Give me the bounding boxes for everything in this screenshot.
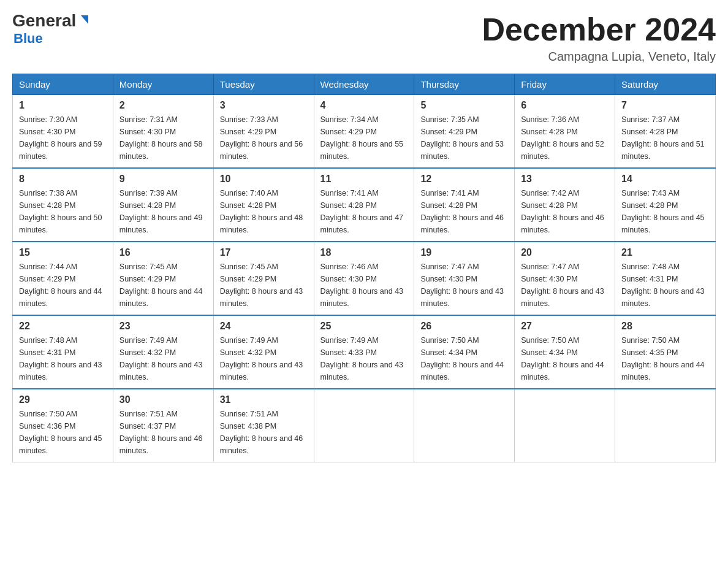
day-info: Sunrise: 7:43 AMSunset: 4:28 PMDaylight:… xyxy=(621,189,705,234)
calendar-cell: 27 Sunrise: 7:50 AMSunset: 4:34 PMDaylig… xyxy=(515,315,615,389)
day-number: 29 xyxy=(19,394,107,405)
calendar-cell: 9 Sunrise: 7:39 AMSunset: 4:28 PMDayligh… xyxy=(113,168,213,242)
day-info: Sunrise: 7:49 AMSunset: 4:32 PMDaylight:… xyxy=(119,336,203,381)
calendar-cell: 25 Sunrise: 7:49 AMSunset: 4:33 PMDaylig… xyxy=(314,315,414,389)
calendar-cell xyxy=(515,389,615,462)
day-number: 25 xyxy=(320,321,408,332)
day-info: Sunrise: 7:48 AMSunset: 4:31 PMDaylight:… xyxy=(19,336,102,381)
day-number: 1 xyxy=(19,100,107,111)
day-number: 30 xyxy=(119,394,207,405)
day-number: 23 xyxy=(119,321,207,332)
week-row-1: 1 Sunrise: 7:30 AMSunset: 4:30 PMDayligh… xyxy=(13,95,716,169)
calendar-cell: 29 Sunrise: 7:50 AMSunset: 4:36 PMDaylig… xyxy=(13,389,113,462)
calendar-cell: 3 Sunrise: 7:33 AMSunset: 4:29 PMDayligh… xyxy=(213,95,314,169)
day-number: 2 xyxy=(119,100,207,111)
weekday-header-saturday: Saturday xyxy=(615,74,716,95)
week-row-2: 8 Sunrise: 7:38 AMSunset: 4:28 PMDayligh… xyxy=(13,168,716,242)
calendar-cell: 31 Sunrise: 7:51 AMSunset: 4:38 PMDaylig… xyxy=(213,389,314,462)
page-header: General Blue December 2024 Campagna Lupi… xyxy=(12,12,716,64)
day-info: Sunrise: 7:30 AMSunset: 4:30 PMDaylight:… xyxy=(19,115,102,161)
calendar-cell: 13 Sunrise: 7:42 AMSunset: 4:28 PMDaylig… xyxy=(515,168,615,242)
calendar-cell xyxy=(314,389,414,462)
day-number: 14 xyxy=(621,174,709,185)
calendar-cell: 20 Sunrise: 7:47 AMSunset: 4:30 PMDaylig… xyxy=(515,242,615,315)
day-info: Sunrise: 7:40 AMSunset: 4:28 PMDaylight:… xyxy=(220,189,303,234)
calendar-cell: 16 Sunrise: 7:45 AMSunset: 4:29 PMDaylig… xyxy=(113,242,213,315)
day-number: 15 xyxy=(19,247,107,258)
weekday-header-tuesday: Tuesday xyxy=(213,74,314,95)
day-info: Sunrise: 7:41 AMSunset: 4:28 PMDaylight:… xyxy=(420,189,504,234)
logo-general: General xyxy=(12,12,76,29)
day-info: Sunrise: 7:38 AMSunset: 4:28 PMDaylight:… xyxy=(19,189,102,234)
day-info: Sunrise: 7:51 AMSunset: 4:37 PMDaylight:… xyxy=(119,410,203,455)
day-number: 13 xyxy=(521,174,609,185)
day-number: 8 xyxy=(19,174,107,185)
calendar-cell: 17 Sunrise: 7:45 AMSunset: 4:29 PMDaylig… xyxy=(213,242,314,315)
calendar-cell: 7 Sunrise: 7:37 AMSunset: 4:28 PMDayligh… xyxy=(615,95,716,169)
day-info: Sunrise: 7:42 AMSunset: 4:28 PMDaylight:… xyxy=(521,189,604,234)
day-info: Sunrise: 7:50 AMSunset: 4:34 PMDaylight:… xyxy=(420,336,504,381)
week-row-4: 22 Sunrise: 7:48 AMSunset: 4:31 PMDaylig… xyxy=(13,315,716,389)
day-number: 12 xyxy=(420,174,508,185)
day-number: 27 xyxy=(521,321,609,332)
calendar-cell: 21 Sunrise: 7:48 AMSunset: 4:31 PMDaylig… xyxy=(615,242,716,315)
calendar-table: SundayMondayTuesdayWednesdayThursdayFrid… xyxy=(12,74,716,462)
weekday-header-row: SundayMondayTuesdayWednesdayThursdayFrid… xyxy=(13,74,716,95)
calendar-cell: 30 Sunrise: 7:51 AMSunset: 4:37 PMDaylig… xyxy=(113,389,213,462)
calendar-cell: 15 Sunrise: 7:44 AMSunset: 4:29 PMDaylig… xyxy=(13,242,113,315)
week-row-5: 29 Sunrise: 7:50 AMSunset: 4:36 PMDaylig… xyxy=(13,389,716,462)
day-info: Sunrise: 7:50 AMSunset: 4:35 PMDaylight:… xyxy=(621,336,705,381)
day-info: Sunrise: 7:51 AMSunset: 4:38 PMDaylight:… xyxy=(220,410,303,455)
logo-triangle-icon xyxy=(78,13,91,26)
day-info: Sunrise: 7:50 AMSunset: 4:36 PMDaylight:… xyxy=(19,410,102,455)
calendar-cell: 4 Sunrise: 7:34 AMSunset: 4:29 PMDayligh… xyxy=(314,95,414,169)
calendar-cell: 12 Sunrise: 7:41 AMSunset: 4:28 PMDaylig… xyxy=(414,168,515,242)
calendar-cell: 5 Sunrise: 7:35 AMSunset: 4:29 PMDayligh… xyxy=(414,95,515,169)
calendar-cell: 23 Sunrise: 7:49 AMSunset: 4:32 PMDaylig… xyxy=(113,315,213,389)
day-number: 20 xyxy=(521,247,609,258)
calendar-cell: 8 Sunrise: 7:38 AMSunset: 4:28 PMDayligh… xyxy=(13,168,113,242)
week-row-3: 15 Sunrise: 7:44 AMSunset: 4:29 PMDaylig… xyxy=(13,242,716,315)
day-number: 4 xyxy=(320,100,408,111)
day-info: Sunrise: 7:34 AMSunset: 4:29 PMDaylight:… xyxy=(320,115,404,161)
title-block: December 2024 Campagna Lupia, Veneto, It… xyxy=(482,12,716,64)
day-info: Sunrise: 7:35 AMSunset: 4:29 PMDaylight:… xyxy=(420,115,504,161)
calendar-cell: 11 Sunrise: 7:41 AMSunset: 4:28 PMDaylig… xyxy=(314,168,414,242)
weekday-header-monday: Monday xyxy=(113,74,213,95)
day-info: Sunrise: 7:33 AMSunset: 4:29 PMDaylight:… xyxy=(220,115,303,161)
day-number: 26 xyxy=(420,321,508,332)
day-number: 18 xyxy=(320,247,408,258)
calendar-cell: 1 Sunrise: 7:30 AMSunset: 4:30 PMDayligh… xyxy=(13,95,113,169)
day-number: 10 xyxy=(220,174,308,185)
calendar-cell: 10 Sunrise: 7:40 AMSunset: 4:28 PMDaylig… xyxy=(213,168,314,242)
calendar-cell: 22 Sunrise: 7:48 AMSunset: 4:31 PMDaylig… xyxy=(13,315,113,389)
calendar-cell: 18 Sunrise: 7:46 AMSunset: 4:30 PMDaylig… xyxy=(314,242,414,315)
logo-blue: Blue xyxy=(13,31,43,47)
day-number: 16 xyxy=(119,247,207,258)
day-info: Sunrise: 7:45 AMSunset: 4:29 PMDaylight:… xyxy=(119,262,203,308)
calendar-cell xyxy=(615,389,716,462)
day-info: Sunrise: 7:45 AMSunset: 4:29 PMDaylight:… xyxy=(220,262,303,308)
day-number: 5 xyxy=(420,100,508,111)
day-info: Sunrise: 7:46 AMSunset: 4:30 PMDaylight:… xyxy=(320,262,404,308)
calendar-cell: 19 Sunrise: 7:47 AMSunset: 4:30 PMDaylig… xyxy=(414,242,515,315)
logo: General Blue xyxy=(12,12,91,47)
day-info: Sunrise: 7:36 AMSunset: 4:28 PMDaylight:… xyxy=(521,115,604,161)
day-number: 17 xyxy=(220,247,308,258)
day-info: Sunrise: 7:47 AMSunset: 4:30 PMDaylight:… xyxy=(521,262,604,308)
calendar-subtitle: Campagna Lupia, Veneto, Italy xyxy=(482,50,716,64)
day-number: 24 xyxy=(220,321,308,332)
day-number: 3 xyxy=(220,100,308,111)
weekday-header-friday: Friday xyxy=(515,74,615,95)
day-info: Sunrise: 7:44 AMSunset: 4:29 PMDaylight:… xyxy=(19,262,102,308)
day-info: Sunrise: 7:50 AMSunset: 4:34 PMDaylight:… xyxy=(521,336,604,381)
calendar-cell xyxy=(414,389,515,462)
weekday-header-sunday: Sunday xyxy=(13,74,113,95)
day-number: 19 xyxy=(420,247,508,258)
calendar-cell: 24 Sunrise: 7:49 AMSunset: 4:32 PMDaylig… xyxy=(213,315,314,389)
calendar-cell: 6 Sunrise: 7:36 AMSunset: 4:28 PMDayligh… xyxy=(515,95,615,169)
day-number: 22 xyxy=(19,321,107,332)
calendar-cell: 26 Sunrise: 7:50 AMSunset: 4:34 PMDaylig… xyxy=(414,315,515,389)
svg-marker-0 xyxy=(81,15,88,24)
day-info: Sunrise: 7:31 AMSunset: 4:30 PMDaylight:… xyxy=(119,115,203,161)
